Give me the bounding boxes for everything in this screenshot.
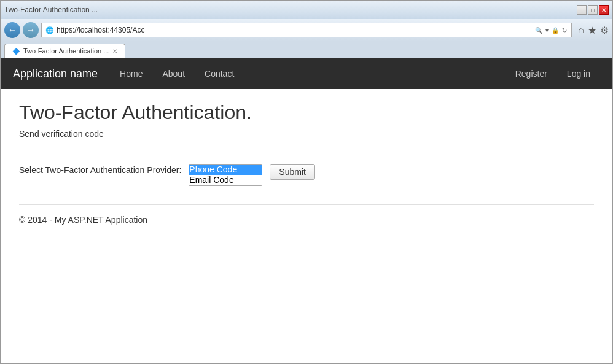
main-content: Two-Factor Authentication. Send verifica… [1, 89, 612, 363]
provider-option-email[interactable]: Email Code [189, 175, 262, 185]
divider-bottom [19, 204, 594, 205]
nav-contact[interactable]: Contact [195, 58, 244, 89]
footer-text: © 2014 - My ASP.NET Application [19, 215, 594, 225]
maximize-button[interactable]: □ [588, 5, 598, 15]
active-tab[interactable]: 🔷 Two-Factor Authentication ... ✕ [4, 44, 125, 58]
nav-home[interactable]: Home [110, 58, 152, 89]
minimize-button[interactable]: − [577, 5, 587, 15]
settings-button[interactable]: ⚙ [600, 25, 609, 36]
tab-close-button[interactable]: ✕ [112, 48, 117, 55]
tab-bar: 🔷 Two-Factor Authentication ... ✕ [1, 41, 612, 58]
title-bar-text: Two-Factor Authentication ... [4, 6, 98, 14]
tab-favicon: 🔷 [12, 48, 20, 55]
nav-register[interactable]: Register [506, 58, 557, 89]
favorites-button[interactable]: ★ [588, 25, 596, 36]
provider-select[interactable]: Phone Code Email Code [189, 164, 262, 186]
provider-option-phone[interactable]: Phone Code [189, 165, 262, 175]
back-button[interactable]: ← [4, 22, 20, 38]
browser-toolbar: ← → 🌐 https://localhost:44305/Acc 🔍 ▾ 🔒 … [1, 19, 612, 41]
page-content: Application name Home About Contact Regi… [1, 58, 612, 363]
nav-links: Home About Contact [110, 58, 506, 89]
provider-label: Select Two-Factor Authentication Provide… [19, 164, 181, 175]
close-button[interactable]: ✕ [599, 5, 609, 15]
app-brand[interactable]: Application name [13, 68, 98, 80]
browser-icon: 🌐 [45, 26, 54, 34]
refresh-icon[interactable]: ↻ [561, 26, 568, 34]
home-button[interactable]: ⌂ [578, 25, 584, 36]
nav-right: Register Log in [506, 58, 600, 89]
page-title: Two-Factor Authentication. [19, 101, 594, 124]
forward-button[interactable]: → [23, 22, 39, 38]
submit-button[interactable]: Submit [270, 164, 315, 180]
page-subtitle: Send verification code [19, 129, 594, 139]
provider-form-row: Select Two-Factor Authentication Provide… [19, 164, 594, 186]
nav-login[interactable]: Log in [557, 58, 600, 89]
nav-about[interactable]: About [152, 58, 195, 89]
divider-top [19, 149, 594, 149]
app-navbar: Application name Home About Contact Regi… [1, 58, 612, 89]
address-text: https://localhost:44305/Acc [57, 26, 532, 34]
search-icon[interactable]: 🔍 [534, 26, 543, 34]
lock-icon: 🔒 [551, 26, 560, 34]
tab-label: Two-Factor Authentication ... [23, 47, 109, 55]
title-bar: Two-Factor Authentication ... − □ ✕ [1, 1, 612, 19]
dropdown-icon[interactable]: ▾ [545, 26, 549, 34]
address-bar[interactable]: 🌐 https://localhost:44305/Acc 🔍 ▾ 🔒 ↻ [41, 23, 572, 37]
